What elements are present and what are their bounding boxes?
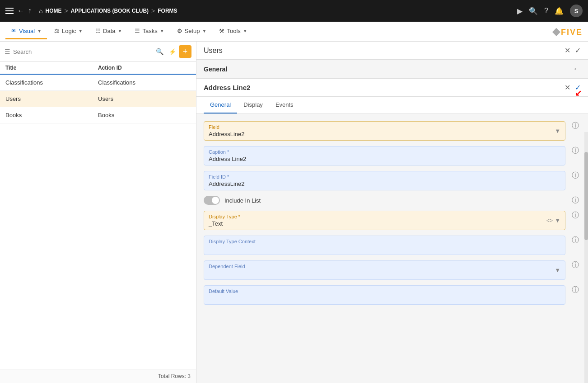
top-navigation: ← ↑ ⌂ HOME > APPLICATIONS (BOOK CLUB) > …	[0, 0, 588, 22]
second-navigation: 👁 Visual ▼ ⚖ Logic ▼ ☷ Data ▼ ☰ Tasks ▼ …	[0, 22, 588, 42]
field-field-label: Field	[209, 124, 555, 130]
dependent-field-dropdown-icon[interactable]: ▼	[555, 267, 560, 274]
general-sub-header: General ←	[196, 60, 588, 79]
tab-data[interactable]: ☷ Data ▼	[90, 24, 127, 39]
forward-arrow[interactable]: ↑	[28, 7, 32, 15]
table-row[interactable]: Users Users	[0, 91, 196, 107]
close-panel-icon[interactable]: ✕	[565, 46, 570, 55]
display-type-value: _Text	[209, 220, 546, 227]
bolt-icon[interactable]: ⚡	[169, 48, 176, 55]
field-id-value: AddressLine2	[209, 180, 560, 187]
table-row[interactable]: Books Books	[0, 107, 196, 123]
field-id-label: Field ID *	[209, 174, 560, 180]
scrollbar-track[interactable]	[584, 132, 588, 383]
bell-icon[interactable]: 🔔	[555, 7, 564, 15]
breadcrumb-app[interactable]: APPLICATIONS (BOOK CLUB)	[71, 8, 149, 14]
tab-setup[interactable]: ⚙ Setup ▼	[172, 24, 212, 39]
tab-general[interactable]: General	[204, 97, 237, 113]
toggle-row: Include In List	[204, 196, 565, 205]
display-type-dropdown-icon[interactable]: ▼	[555, 217, 560, 224]
include-in-list-row: Include In List ⓘ	[204, 196, 581, 205]
grid-icon: ☷	[95, 28, 101, 34]
form-tabs: General Display Events	[196, 97, 588, 114]
tab-visual[interactable]: 👁 Visual ▼	[5, 24, 47, 39]
tab-tasks[interactable]: ☰ Tasks ▼	[129, 24, 169, 39]
field-id-help-icon[interactable]: ⓘ	[570, 171, 581, 180]
users-panel-header: Users ✕ ✓	[196, 42, 588, 60]
play-icon[interactable]: ▶	[517, 7, 523, 15]
search-input[interactable]	[13, 48, 153, 55]
panel-header-icons: ✕ ✓	[565, 46, 581, 55]
form-content: Field AddressLine2 ▼ ⓘ Caption * Address…	[196, 114, 588, 383]
eye-icon: 👁	[11, 28, 17, 34]
row-title-books: Books	[5, 112, 98, 118]
row-title-users: Users	[5, 95, 98, 102]
toggle-circle	[212, 197, 219, 204]
back-icon[interactable]: ←	[573, 64, 581, 74]
field-help-icon[interactable]: ⓘ	[570, 121, 581, 131]
nav-right-icons: ▶ 🔍 ? 🔔 S	[517, 5, 583, 17]
general-title: General	[204, 66, 227, 73]
display-type-context-row: Display Type Context ⓘ	[204, 236, 581, 255]
default-value-help-icon[interactable]: ⓘ	[570, 285, 581, 295]
total-rows: Total Rows: 3	[158, 373, 191, 379]
hamburger-menu[interactable]	[5, 8, 14, 14]
caption-field-box: Caption * Address Line2	[204, 146, 565, 165]
tab-display[interactable]: Display	[237, 97, 269, 113]
tasks-icon: ☰	[135, 28, 140, 34]
dependent-field-value	[209, 270, 555, 277]
tab-tools[interactable]: ⚒ Tools ▼	[214, 24, 252, 39]
panel-title: Users	[204, 47, 223, 55]
display-type-box: Display Type * _Text <> ▼	[204, 211, 565, 230]
breadcrumb-home[interactable]: HOME	[45, 8, 61, 14]
caption-field-value: Address Line2	[209, 156, 560, 162]
tab-logic[interactable]: ⚖ Logic ▼	[49, 24, 88, 39]
table-body: Classifications Classifications Users Us…	[0, 75, 196, 369]
breadcrumb: ⌂ HOME > APPLICATIONS (BOOK CLUB) > FORM…	[39, 7, 177, 14]
field-dropdown-icon[interactable]: ▼	[555, 128, 560, 134]
search-nav-icon[interactable]: 🔍	[529, 7, 538, 15]
display-type-context-box: Display Type Context	[204, 236, 565, 255]
caption-field-label: Caption *	[209, 149, 560, 155]
default-value-value	[209, 295, 560, 302]
right-panel: Users ✕ ✓ General ← Address Line2 ✕ ✓ ↙	[196, 42, 588, 383]
col-header-action-id: Action ID	[98, 65, 191, 71]
breadcrumb-forms[interactable]: FORMS	[158, 8, 177, 14]
field-field-row: Field AddressLine2 ▼ ⓘ	[204, 121, 581, 141]
add-button[interactable]: +	[179, 45, 191, 58]
include-in-list-toggle[interactable]	[204, 196, 220, 205]
address-title: Address Line2	[204, 84, 250, 91]
confirm-address-wrap: ✓ ↙	[575, 83, 581, 92]
table-row[interactable]: Classifications Classifications	[0, 75, 196, 91]
default-value-box: Default Value	[204, 285, 565, 305]
row-action-books: Books	[98, 112, 191, 118]
address-header: Address Line2 ✕ ✓ ↙	[196, 79, 588, 97]
caption-help-icon[interactable]: ⓘ	[570, 146, 581, 156]
home-icon: ⌂	[39, 7, 42, 14]
include-in-list-help-icon[interactable]: ⓘ	[570, 196, 581, 205]
default-value-label: Default Value	[209, 288, 560, 294]
scrollbar-thumb[interactable]	[584, 152, 588, 240]
address-header-icons: ✕ ✓ ↙	[565, 83, 581, 92]
help-nav-icon[interactable]: ?	[544, 7, 548, 15]
tab-events[interactable]: Events	[269, 97, 300, 113]
dependent-field-help-icon[interactable]: ⓘ	[570, 260, 581, 270]
filter-icon[interactable]: ☰	[5, 48, 10, 55]
display-type-help-icon[interactable]: ⓘ	[570, 211, 581, 220]
display-type-context-help-icon[interactable]: ⓘ	[570, 236, 581, 245]
field-field-value: AddressLine2	[209, 131, 555, 137]
back-arrow[interactable]: ←	[17, 7, 24, 15]
row-title-classifications: Classifications	[5, 79, 98, 86]
red-arrow-indicator: ↙	[575, 88, 582, 98]
confirm-panel-icon[interactable]: ✓	[575, 46, 581, 55]
five-logo: ◆FIVE	[552, 26, 583, 38]
search-icon[interactable]: 🔍	[156, 48, 163, 55]
tools-icon: ⚒	[219, 28, 224, 34]
close-address-icon[interactable]: ✕	[565, 83, 570, 92]
left-panel: ☰ 🔍 ⚡ + Title Action ID Classifications …	[0, 42, 196, 383]
code-icon[interactable]: <>	[546, 218, 553, 224]
dependent-field-label: Dependent Field	[209, 264, 555, 269]
default-value-row: Default Value ⓘ	[204, 285, 581, 305]
dependent-field-row: Dependent Field ▼ ⓘ	[204, 260, 581, 280]
user-avatar[interactable]: S	[570, 5, 583, 17]
